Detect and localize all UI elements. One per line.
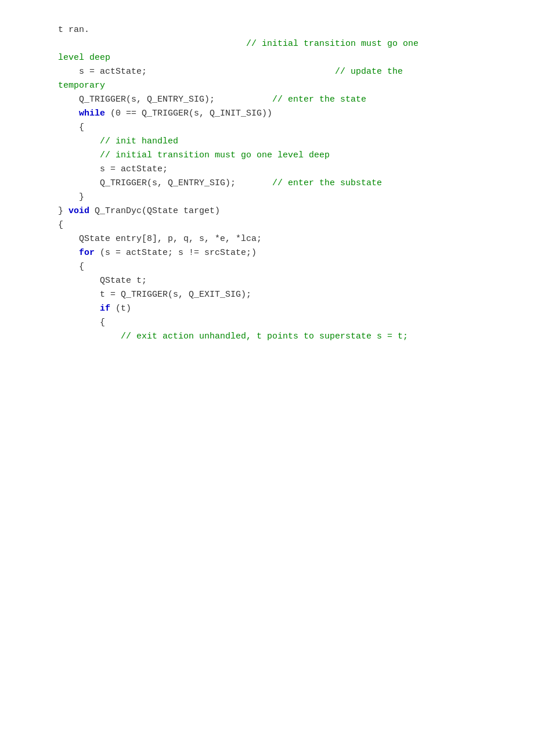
code-line: Q_TRIGGER(s, Q_ENTRY_SIG); // enter the … — [58, 177, 534, 190]
code-line: { — [58, 316, 534, 330]
normal-text: QState entry[8], p, q, s, *e, *lca; — [58, 234, 262, 244]
code-line: level deep — [58, 51, 534, 65]
normal-text: Q_TranDyc(QState target) — [89, 206, 220, 216]
normal-text: (s = actState; s != srcState;) — [95, 248, 257, 258]
normal-text: } — [58, 206, 68, 216]
normal-text: t = Q_TRIGGER(s, Q_EXIT_SIG); — [58, 290, 251, 300]
kw-text: while — [79, 109, 105, 118]
code-line: Q_TRIGGER(s, Q_ENTRY_SIG); // enter the … — [58, 93, 534, 107]
kw-text: void — [68, 206, 89, 216]
code-line: } void Q_TranDyc(QState target) — [58, 204, 534, 218]
comment-text: // exit action unhandled, t points to su… — [121, 332, 408, 341]
normal-text — [58, 136, 100, 146]
code-line: { — [58, 121, 534, 135]
normal-text — [58, 248, 79, 258]
code-line: temporary — [58, 79, 534, 93]
normal-text — [58, 150, 100, 160]
code-line: s = actState; // update the — [58, 65, 534, 79]
code-line: s = actState; — [58, 163, 534, 177]
code-line: { — [58, 260, 534, 274]
code-line: { — [58, 218, 534, 232]
normal-text: } — [58, 192, 84, 202]
normal-text: s = actState; — [58, 67, 335, 77]
code-line: // exit action unhandled, t points to su… — [58, 330, 534, 344]
code-line: t ran. — [58, 23, 534, 37]
normal-text — [58, 109, 79, 118]
comment-text: level deep — [58, 53, 110, 63]
normal-text: Q_TRIGGER(s, Q_ENTRY_SIG); — [58, 95, 272, 105]
normal-text: s = actState; — [58, 164, 168, 174]
normal-text: { — [58, 220, 63, 230]
normal-text: { — [58, 318, 105, 327]
code-container: t ran. // initial transition must go one… — [58, 23, 534, 344]
comment-text: temporary — [58, 81, 105, 91]
normal-text: QState t; — [58, 276, 147, 286]
normal-text: { — [58, 262, 84, 272]
comment-text: // enter the substate — [272, 178, 382, 188]
normal-text: (t) — [110, 304, 131, 314]
code-line: QState entry[8], p, q, s, *e, *lca; — [58, 232, 534, 246]
code-line: // initial transition must go one level … — [58, 149, 534, 163]
code-line: // init handled — [58, 135, 534, 149]
normal-text: (0 == Q_TRIGGER(s, Q_INIT_SIG)) — [105, 109, 272, 118]
comment-text: // initial transition must go one level … — [100, 150, 330, 160]
code-line: if (t) — [58, 302, 534, 316]
comment-text: // init handled — [100, 136, 178, 146]
normal-text: t ran. — [58, 25, 89, 35]
kw-text: if — [100, 304, 110, 314]
normal-text: Q_TRIGGER(s, Q_ENTRY_SIG); — [58, 178, 272, 188]
comment-text: // update the — [335, 67, 403, 77]
kw-text: for — [79, 248, 95, 258]
code-line: // initial transition must go one — [58, 37, 534, 51]
comment-text: // enter the state — [272, 95, 366, 105]
normal-text — [58, 332, 121, 341]
code-line: while (0 == Q_TRIGGER(s, Q_INIT_SIG)) — [58, 107, 534, 121]
comment-text: // initial transition must go one — [58, 39, 418, 49]
normal-text: { — [58, 123, 84, 132]
code-line: QState t; — [58, 274, 534, 288]
code-line: t = Q_TRIGGER(s, Q_EXIT_SIG); — [58, 288, 534, 302]
code-line: for (s = actState; s != srcState;) — [58, 246, 534, 260]
normal-text — [58, 304, 100, 314]
code-line: } — [58, 190, 534, 204]
